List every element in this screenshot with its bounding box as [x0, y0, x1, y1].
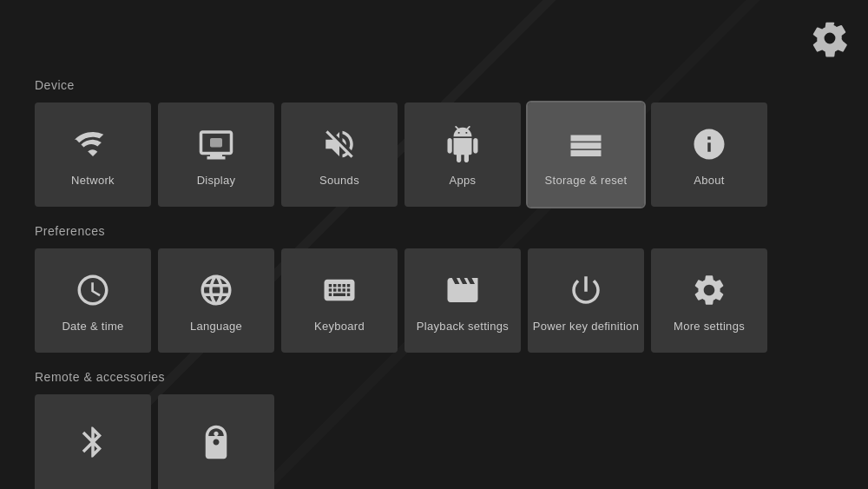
tile-power-key-definition[interactable]: Power key definition	[528, 248, 644, 353]
tile-language[interactable]: Language	[158, 248, 274, 353]
tile-sounds-label: Sounds	[319, 174, 359, 187]
tile-display-label: Display	[197, 174, 236, 187]
device-grid: Network Display Sounds Apps	[35, 102, 833, 207]
display-icon	[195, 123, 237, 165]
mute-icon	[319, 123, 360, 165]
android-icon	[442, 123, 483, 165]
tile-storage-reset[interactable]: Storage & reset	[528, 102, 644, 207]
tile-about[interactable]: About	[651, 102, 767, 207]
tile-remote[interactable]	[158, 394, 274, 489]
remote-icon	[195, 421, 237, 463]
tile-sounds[interactable]: Sounds	[281, 102, 398, 207]
preferences-section-label: Preferences	[35, 224, 833, 238]
film-icon	[442, 269, 483, 311]
gear-settings-icon	[688, 269, 730, 311]
tile-keyboard[interactable]: Keyboard	[281, 248, 398, 353]
clock-icon	[72, 269, 114, 311]
tile-network-label: Network	[71, 174, 115, 187]
tile-storage-reset-label: Storage & reset	[545, 174, 628, 187]
tile-playback-settings[interactable]: Playback settings	[404, 248, 521, 353]
wifi-icon	[72, 123, 114, 165]
remote-grid	[35, 394, 833, 489]
main-content: Device Network Display Sounds	[0, 0, 868, 489]
remote-section-label: Remote & accessories	[35, 370, 833, 384]
tile-playback-settings-label: Playback settings	[417, 320, 509, 333]
tile-date-time-label: Date & time	[62, 320, 123, 333]
tile-keyboard-label: Keyboard	[314, 320, 365, 333]
tile-date-time[interactable]: Date & time	[35, 248, 151, 353]
globe-icon	[195, 269, 237, 311]
gear-icon[interactable]	[809, 17, 851, 59]
tile-apps-label: Apps	[450, 174, 477, 187]
preferences-grid: Date & time Language Keyboard Playback s…	[35, 248, 833, 353]
device-section-label: Device	[35, 78, 833, 92]
tile-apps[interactable]: Apps	[404, 102, 521, 207]
tile-display[interactable]: Display	[158, 102, 274, 207]
tile-more-settings[interactable]: More settings	[651, 248, 767, 353]
tile-power-key-label: Power key definition	[533, 320, 639, 333]
info-icon	[688, 123, 730, 165]
tile-language-label: Language	[190, 320, 242, 333]
tile-about-label: About	[694, 174, 724, 187]
keyboard-icon	[319, 269, 360, 311]
power-icon	[565, 269, 607, 311]
tile-bluetooth[interactable]	[35, 394, 151, 489]
svg-rect-0	[210, 138, 222, 148]
bluetooth-icon	[72, 421, 114, 463]
tile-more-settings-label: More settings	[674, 320, 745, 333]
tile-network[interactable]: Network	[35, 102, 151, 207]
storage-icon	[565, 123, 607, 165]
